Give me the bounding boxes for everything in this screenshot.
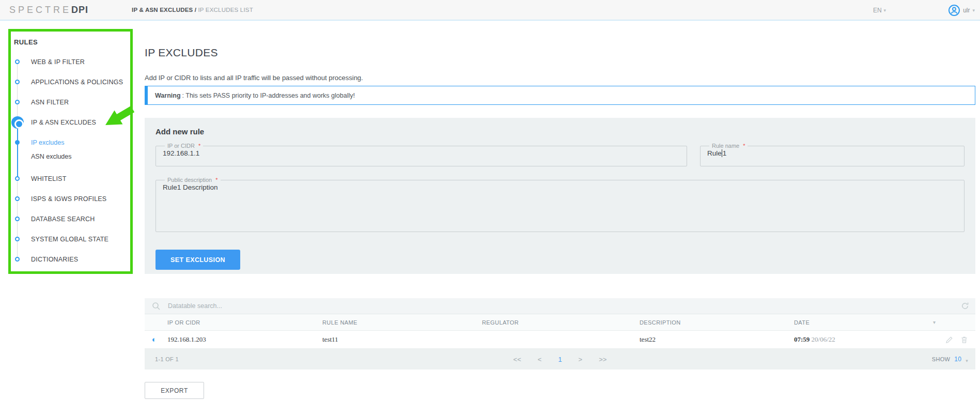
sidebar-item-isps-igws-profiles[interactable]: ISPS & IGWS PROFILES xyxy=(11,189,131,209)
page-size-selector[interactable]: SHOW 10 ▾ xyxy=(932,356,968,363)
sidebar-item-label: APPLICATIONS & POLICINGS xyxy=(31,79,123,86)
public-description-field[interactable]: Public description* Rule1 Description xyxy=(155,177,965,232)
logo-text-dpi: DPI xyxy=(71,5,88,15)
language-selector[interactable]: EN ▾ xyxy=(873,7,886,14)
export-button[interactable]: EXPORT xyxy=(145,382,204,399)
column-header-description[interactable]: DESCRIPTION xyxy=(640,319,794,326)
row-actions xyxy=(920,336,975,344)
sidebar-subsection: IP excludes ASN excludes xyxy=(11,135,131,163)
datatable-search-bar xyxy=(145,298,975,314)
column-header-rule-name[interactable]: RULE NAME xyxy=(322,319,482,326)
first-page-button[interactable]: << xyxy=(511,356,523,363)
bullet-icon xyxy=(15,80,20,84)
datatable: IP OR CIDR RULE NAME REGULATOR DESCRIPTI… xyxy=(145,298,975,370)
username-label: ulr xyxy=(963,7,970,14)
sidebar-item-label: SYSTEM GLOBAL STATE xyxy=(31,236,108,243)
app-logo: SPECTREDPI xyxy=(9,5,88,16)
page-number-button[interactable]: 1 xyxy=(556,356,564,363)
sidebar-item-web-ip-filter[interactable]: WEB & IP FILTER xyxy=(11,52,131,72)
sidebar-item-label: WEB & IP FILTER xyxy=(31,58,85,66)
top-bar: SPECTREDPI IP & ASN EXCLUDES / IP EXCLUD… xyxy=(0,0,980,21)
breadcrumb-current-section: IP & ASN EXCLUDES / xyxy=(132,7,196,13)
sidebar-item-applications-policings[interactable]: APPLICATIONS & POLICINGS xyxy=(11,72,131,92)
page-description: Add IP or CIDR to lists and all IP traff… xyxy=(145,74,363,82)
bullet-icon xyxy=(15,196,20,201)
bullet-sub-icon xyxy=(15,140,20,145)
top-bar-right: EN ▾ ulr ▾ xyxy=(873,0,975,21)
public-description-value[interactable]: Rule1 Description xyxy=(163,183,957,191)
sidebar-subitem-label: ASN excludes xyxy=(31,153,72,160)
field-label: Public description* xyxy=(165,177,221,183)
rule-name-value[interactable]: Rule1 xyxy=(707,149,957,157)
required-asterisk: * xyxy=(215,177,217,183)
required-asterisk: * xyxy=(198,143,200,149)
breadcrumb: IP & ASN EXCLUDES / IP EXCLUDES LIST xyxy=(132,7,253,13)
add-rule-title: Add new rule xyxy=(155,127,204,136)
required-asterisk: * xyxy=(743,143,745,149)
main-content: IP EXCLUDES Add IP or CIDR to lists and … xyxy=(145,21,975,415)
datatable-search-input[interactable] xyxy=(167,302,961,310)
delete-icon[interactable] xyxy=(960,336,968,344)
next-page-button[interactable]: > xyxy=(577,356,585,363)
field-label: Rule name* xyxy=(709,143,748,149)
column-header-date[interactable]: DATE xyxy=(794,319,920,326)
ip-or-cidr-value[interactable]: 192.168.1.1 xyxy=(163,149,680,157)
column-header-ip-or-cidr[interactable]: IP OR CIDR xyxy=(167,319,322,326)
search-icon xyxy=(152,302,161,311)
rule-name-field[interactable]: Rule name* Rule1 xyxy=(700,143,965,166)
warning-text: : This sets PASS priority to IP-addresse… xyxy=(182,92,355,99)
field-label: IP or CIDR* xyxy=(165,143,203,149)
page-title: IP EXCLUDES xyxy=(145,47,218,59)
bullet-active-icon xyxy=(11,116,24,129)
table-row: ◐ 192.168.1.203 test11 test22 07:59 20/0… xyxy=(145,331,975,349)
cell-rule-name: test11 xyxy=(322,335,482,344)
refresh-icon[interactable] xyxy=(961,302,969,310)
datatable-footer: 1-1 OF 1 << < 1 > >> SHOW 10 ▾ xyxy=(145,349,975,370)
datatable-header-row: IP OR CIDR RULE NAME REGULATOR DESCRIPTI… xyxy=(145,314,975,331)
sidebar-item-asn-filter[interactable]: ASN FILTER xyxy=(11,92,131,112)
user-menu[interactable]: ulr ▾ xyxy=(948,4,975,17)
cell-time: 07:59 xyxy=(794,335,810,343)
sort-caret-icon[interactable]: ▾ xyxy=(920,319,936,325)
sidebar-item-label: IP & ASN EXCLUDES xyxy=(31,119,96,126)
cell-description: test22 xyxy=(640,335,794,344)
bullet-icon xyxy=(15,237,20,241)
sidebar-item-label: ASN FILTER xyxy=(31,99,69,106)
cell-date: 07:59 20/06/22 xyxy=(794,335,920,344)
language-label: EN xyxy=(873,7,882,14)
sidebar-item-ip-asn-excludes[interactable]: IP & ASN EXCLUDES xyxy=(11,112,131,132)
sidebar-subitem-ip-excludes[interactable]: IP excludes xyxy=(11,135,131,149)
bullet-icon xyxy=(15,59,20,64)
add-rule-panel: Add new rule IP or CIDR* 192.168.1.1 Rul… xyxy=(145,118,975,274)
sidebar: RULES WEB & IP FILTER APPLICATIONS & POL… xyxy=(11,29,131,269)
bullet-icon xyxy=(15,257,20,262)
edit-icon[interactable] xyxy=(945,336,953,344)
user-avatar-icon xyxy=(948,4,960,17)
logo-text-spectre: SPECTRE xyxy=(9,5,71,15)
column-header-regulator[interactable]: REGULATOR xyxy=(482,319,640,326)
sidebar-subitem-label: IP excludes xyxy=(31,139,64,146)
warning-banner: Warning : This sets PASS priority to IP-… xyxy=(145,86,975,105)
breadcrumb-page: IP EXCLUDES LIST xyxy=(198,7,253,13)
chevron-down-icon: ▾ xyxy=(972,8,975,13)
bullet-icon xyxy=(15,217,20,221)
page-size-value: 10 xyxy=(954,356,961,363)
sidebar-item-system-global-state[interactable]: SYSTEM GLOBAL STATE xyxy=(11,229,131,249)
show-label: SHOW xyxy=(932,356,950,362)
sidebar-item-dictionaries[interactable]: DICTIONARIES xyxy=(11,249,131,269)
chevron-down-icon: ▾ xyxy=(966,358,968,363)
sidebar-item-whitelist[interactable]: WHITELIST xyxy=(11,168,131,189)
sidebar-subitem-asn-excludes[interactable]: ASN excludes xyxy=(11,149,131,163)
ip-or-cidr-field[interactable]: IP or CIDR* 192.168.1.1 xyxy=(155,143,687,166)
sidebar-item-database-search[interactable]: DATABASE SEARCH xyxy=(11,209,131,229)
warning-label: Warning xyxy=(155,92,181,99)
bullet-icon xyxy=(15,176,20,181)
row-enabled-toggle[interactable]: ◐ xyxy=(145,335,167,344)
chevron-down-icon: ▾ xyxy=(884,8,886,13)
pagination: << < 1 > >> xyxy=(145,356,975,363)
bullet-icon xyxy=(15,100,20,104)
sidebar-item-label: DATABASE SEARCH xyxy=(31,216,95,223)
last-page-button[interactable]: >> xyxy=(597,356,609,363)
set-exclusion-button[interactable]: SET EXCLUSION xyxy=(155,250,240,270)
prev-page-button[interactable]: < xyxy=(536,356,544,363)
